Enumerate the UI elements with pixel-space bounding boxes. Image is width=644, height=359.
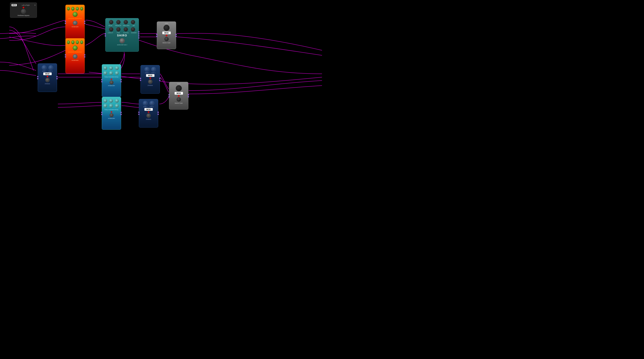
port-out-1[interactable] bbox=[120, 112, 122, 113]
knob-lowcut[interactable] bbox=[109, 27, 113, 32]
port-out-3[interactable] bbox=[138, 35, 140, 36]
port-out-1[interactable] bbox=[84, 54, 85, 56]
stomp-button[interactable] bbox=[120, 38, 125, 44]
knob-main[interactable] bbox=[72, 12, 78, 17]
knob-5[interactable] bbox=[109, 71, 113, 75]
port-in-2[interactable] bbox=[101, 81, 102, 82]
knob-step1[interactable] bbox=[143, 101, 148, 106]
port-out-1[interactable] bbox=[120, 79, 122, 80]
knob-decay[interactable] bbox=[109, 20, 113, 24]
knob-step1[interactable] bbox=[42, 65, 46, 70]
port-out-1[interactable] bbox=[56, 76, 58, 77]
stomp-button[interactable] bbox=[164, 37, 169, 41]
led-indicator bbox=[150, 78, 151, 79]
port-in-2[interactable] bbox=[140, 80, 141, 81]
port-out-1[interactable] bbox=[158, 112, 159, 113]
label-tone: TONE bbox=[115, 32, 121, 34]
port-out-2[interactable] bbox=[84, 56, 85, 58]
port-out-1[interactable] bbox=[84, 21, 85, 22]
stomp-button[interactable] bbox=[45, 78, 50, 82]
port-in-2[interactable] bbox=[156, 36, 158, 37]
port-out-2[interactable] bbox=[159, 80, 160, 81]
knob-6[interactable] bbox=[115, 104, 119, 108]
knob-interval[interactable] bbox=[124, 27, 128, 32]
port-in-2[interactable] bbox=[65, 56, 66, 58]
knob-3[interactable] bbox=[115, 99, 119, 103]
knob-step2[interactable] bbox=[151, 67, 156, 72]
port-out-2[interactable] bbox=[120, 81, 122, 82]
port-in-1[interactable] bbox=[156, 34, 158, 35]
knob-step2[interactable] bbox=[48, 65, 53, 70]
knob-2[interactable] bbox=[109, 99, 113, 103]
port-out-1[interactable] bbox=[176, 34, 177, 35]
stomp-button[interactable] bbox=[110, 80, 114, 84]
port-in-1[interactable] bbox=[105, 33, 106, 34]
port-out-2[interactable] bbox=[176, 36, 177, 37]
knob-6[interactable] bbox=[115, 71, 119, 75]
port-out-4[interactable] bbox=[138, 37, 140, 38]
port-in-1[interactable] bbox=[65, 21, 66, 22]
port-out-1[interactable] bbox=[138, 31, 140, 32]
knob-4[interactable] bbox=[103, 71, 107, 75]
knob-1[interactable] bbox=[67, 7, 70, 10]
mod-badge: MOD bbox=[43, 72, 52, 75]
led-indicator bbox=[148, 112, 149, 113]
knob-1[interactable] bbox=[67, 40, 70, 44]
port-in-1[interactable] bbox=[101, 79, 102, 80]
knob-3[interactable] bbox=[76, 40, 79, 44]
port-out-1[interactable] bbox=[159, 78, 160, 79]
port-in-1[interactable] bbox=[168, 94, 170, 96]
port-out-2[interactable] bbox=[84, 23, 85, 24]
port-in-2[interactable] bbox=[138, 114, 140, 115]
knob-3[interactable] bbox=[76, 7, 79, 10]
knob-2[interactable] bbox=[109, 66, 113, 70]
port-in-1[interactable] bbox=[37, 76, 38, 77]
knob-5[interactable] bbox=[109, 104, 113, 108]
port-out-1[interactable] bbox=[188, 94, 189, 96]
knob-step2[interactable] bbox=[150, 101, 154, 106]
port-in-2[interactable] bbox=[105, 35, 106, 36]
stomp-button[interactable] bbox=[110, 113, 114, 117]
bypass-knob[interactable] bbox=[21, 9, 26, 14]
label-lowcut: LOW/CUT bbox=[107, 32, 113, 34]
port-in-2[interactable] bbox=[101, 114, 102, 115]
port-in-1[interactable] bbox=[65, 54, 66, 56]
knob-early[interactable] bbox=[124, 20, 128, 24]
pedal-2voices-top: STEP 1 STEP 2 MOD 2Voices bbox=[38, 64, 57, 92]
knob-3[interactable] bbox=[115, 66, 119, 70]
stomp-button[interactable] bbox=[176, 97, 181, 102]
knob-shimmer[interactable] bbox=[131, 27, 135, 32]
port-out-2[interactable] bbox=[56, 78, 58, 79]
port-in-2[interactable] bbox=[37, 78, 38, 79]
knob-4[interactable] bbox=[103, 104, 107, 108]
knob-tone[interactable] bbox=[116, 27, 120, 32]
port-out-2[interactable] bbox=[158, 114, 159, 115]
knob-1[interactable] bbox=[103, 66, 107, 70]
knob-1[interactable] bbox=[103, 99, 107, 103]
knob-step1[interactable] bbox=[144, 67, 149, 72]
knob-mix[interactable] bbox=[131, 20, 135, 24]
port-in-1[interactable] bbox=[101, 112, 102, 113]
knob-4[interactable] bbox=[80, 40, 83, 44]
gain-knob[interactable] bbox=[176, 85, 182, 91]
knob-2[interactable] bbox=[71, 40, 74, 44]
knob-4[interactable] bbox=[80, 7, 83, 10]
mod-badge: MOD bbox=[146, 74, 154, 77]
stomp-button[interactable] bbox=[73, 54, 78, 59]
step2-label: STEP 2 bbox=[49, 71, 53, 72]
stomp-button[interactable] bbox=[146, 114, 151, 118]
port-out-2[interactable] bbox=[188, 96, 189, 98]
port-in-2[interactable] bbox=[65, 23, 66, 24]
knob-predelay[interactable] bbox=[116, 20, 120, 24]
knob-2[interactable] bbox=[71, 7, 74, 10]
knob-main[interactable] bbox=[72, 46, 78, 50]
stomp-button[interactable] bbox=[148, 80, 152, 84]
port-out-2[interactable] bbox=[138, 33, 140, 34]
gain-knob[interactable] bbox=[164, 25, 170, 31]
hw-bypass-arrow[interactable]: ▾ bbox=[34, 4, 36, 6]
port-in-1[interactable] bbox=[138, 112, 140, 113]
stomp-button[interactable] bbox=[73, 21, 78, 25]
port-in-1[interactable] bbox=[140, 78, 141, 79]
port-out-2[interactable] bbox=[120, 114, 122, 115]
port-in-2[interactable] bbox=[168, 96, 170, 98]
